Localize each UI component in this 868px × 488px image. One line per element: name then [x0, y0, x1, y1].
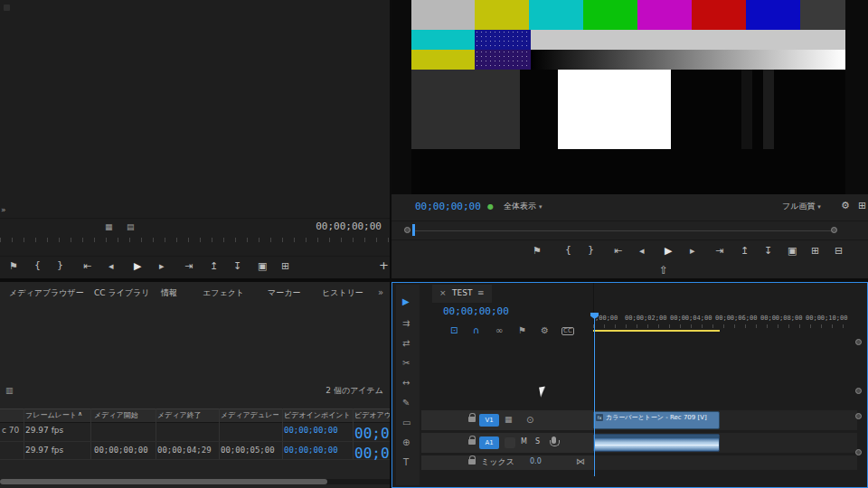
audio-clip[interactable]: [593, 434, 720, 452]
go-to-in-icon[interactable]: ⇤: [614, 246, 622, 256]
extract-icon[interactable]: ↧: [764, 246, 772, 256]
step-forward-icon[interactable]: ▸: [690, 246, 695, 256]
panel-menu-icon[interactable]: ≡: [477, 289, 485, 297]
step-back-icon[interactable]: ◂: [108, 261, 114, 271]
fit-select[interactable]: 全体表示 ▾: [504, 202, 542, 211]
add-button[interactable]: +: [379, 259, 389, 271]
razor-tool[interactable]: ✂: [402, 359, 410, 368]
h-scrollbar-thumb[interactable]: [0, 479, 327, 484]
slip-tool[interactable]: ↔: [402, 379, 410, 388]
sync-lock-icon[interactable]: [505, 437, 515, 448]
source-timecode[interactable]: 00;00;00;00: [298, 221, 382, 231]
mark-in-icon[interactable]: {: [34, 260, 41, 270]
mark-out-icon[interactable]: }: [57, 260, 63, 270]
mute-button[interactable]: M: [521, 438, 527, 446]
col-media-start[interactable]: メディア開始: [94, 412, 138, 419]
hand-tool[interactable]: ⊕: [402, 438, 410, 447]
list-view-icon[interactable]: ▥: [5, 387, 14, 395]
tab-history[interactable]: ヒストリー: [322, 289, 363, 297]
cell-video-in[interactable]: 00;00;00;00: [284, 427, 338, 435]
eye-icon[interactable]: ⊙: [526, 416, 533, 425]
safe-margins-icon[interactable]: ▦: [105, 223, 113, 231]
button-editor-icon[interactable]: ⊞: [858, 201, 866, 211]
sync-lock-icon[interactable]: ▦: [505, 416, 513, 424]
mark-out-icon[interactable]: }: [588, 245, 594, 255]
step-back-icon[interactable]: ◂: [639, 246, 645, 256]
play-icon[interactable]: ▶: [665, 246, 672, 256]
close-icon[interactable]: ×: [439, 289, 447, 297]
pen-tool[interactable]: ✎: [402, 399, 410, 408]
tab-effects[interactable]: エフェクト: [203, 289, 244, 297]
col-video-out[interactable]: ビデオアウトポイント: [354, 412, 390, 419]
button-editor-icon[interactable]: ▤: [127, 223, 135, 231]
drag-video-icon[interactable]: ⊞: [281, 261, 289, 271]
insert-icon[interactable]: ⊞: [811, 246, 819, 256]
playhead-line[interactable]: [594, 317, 595, 476]
program-timecode[interactable]: 00;00;00;00: [415, 202, 481, 211]
ripple-edit-tool[interactable]: ⇄: [402, 339, 410, 348]
settings-wrench-icon[interactable]: ⚙: [841, 201, 850, 211]
selection-tool[interactable]: ▶: [402, 297, 410, 306]
keyframe-bowtie-icon[interactable]: ⋈: [576, 457, 585, 466]
track-v1-target-badge[interactable]: V1: [479, 414, 499, 427]
captions-icon[interactable]: CC: [561, 327, 574, 335]
col-media-end[interactable]: メディア終了: [157, 412, 202, 419]
v-scrollbar-thumb[interactable]: [855, 339, 862, 345]
scrub-knob-left[interactable]: [404, 227, 410, 233]
source-mini-ruler[interactable]: [0, 238, 390, 242]
linked-selection-icon[interactable]: ∞: [495, 326, 503, 335]
scrub-knob-right[interactable]: [831, 227, 837, 233]
cell-video-in[interactable]: 00;00;00;00: [284, 446, 338, 455]
export-frame-icon[interactable]: ▣: [788, 246, 797, 256]
lift-icon[interactable]: ↥: [741, 246, 749, 256]
snap-icon[interactable]: ∩: [473, 326, 479, 335]
play-icon[interactable]: ▶: [134, 261, 141, 271]
v-scrollbar-thumb[interactable]: [855, 449, 862, 455]
col-media-duration[interactable]: メディアデュレーション: [221, 412, 278, 419]
h-scrollbar-track[interactable]: [0, 479, 390, 484]
v-scrollbar-thumb[interactable]: [855, 413, 862, 419]
solo-button[interactable]: S: [535, 438, 540, 446]
go-to-in-icon[interactable]: ⇤: [83, 261, 91, 271]
track-lock-icon[interactable]: [468, 439, 476, 445]
program-playhead[interactable]: [412, 224, 415, 236]
track-a1-target-badge[interactable]: A1: [479, 436, 499, 449]
step-forward-icon[interactable]: ▸: [159, 261, 165, 271]
cell-video-out[interactable]: 00;00;00;00: [354, 446, 390, 461]
mix-level-value[interactable]: 0.0: [530, 458, 542, 465]
panel-menu-icon[interactable]: [4, 5, 10, 11]
tab-overflow-icon[interactable]: »: [378, 288, 383, 297]
col-video-in[interactable]: ビデオインポイント: [284, 412, 351, 419]
tab-markers[interactable]: マーカー: [268, 289, 300, 297]
export-frame-icon[interactable]: ▣: [258, 261, 267, 271]
rectangle-tool[interactable]: ▭: [402, 418, 410, 427]
quick-export-icon[interactable]: ⇧: [659, 265, 668, 276]
overwrite-icon[interactable]: ⊟: [835, 246, 843, 256]
add-marker-icon[interactable]: ⚑: [9, 261, 18, 271]
nest-icon[interactable]: ⊡: [450, 326, 458, 335]
cell-video-out[interactable]: 00;00;00;00: [354, 427, 390, 441]
add-marker-icon[interactable]: ⚑: [518, 326, 526, 335]
timeline-settings-icon[interactable]: ⚙: [541, 326, 549, 335]
track-select-tool[interactable]: ⇉: [402, 319, 410, 328]
col-framerate[interactable]: フレームレート: [25, 412, 77, 419]
type-tool[interactable]: T: [403, 458, 409, 467]
go-to-out-icon[interactable]: ⇥: [184, 261, 193, 271]
video-clip[interactable]: fx カラーバーとトーン - Rec 709 [V]: [593, 411, 720, 429]
sequence-tab-label[interactable]: TEST: [452, 289, 472, 297]
mark-in-icon[interactable]: {: [565, 245, 571, 255]
work-area-bar[interactable]: [593, 330, 720, 332]
tab-cc-libraries[interactable]: CC ライブラリ: [94, 289, 149, 297]
timeline-ruler[interactable]: ;00;00 00;00;02;00 00;00;04;00 00;00;06;…: [593, 314, 850, 328]
track-lock-icon[interactable]: [468, 417, 476, 422]
overwrite-icon[interactable]: ↧: [233, 261, 241, 271]
voiceover-mic-icon[interactable]: [552, 436, 556, 444]
panel-overflow-icon[interactable]: »: [1, 206, 6, 214]
program-scrub-track[interactable]: [413, 230, 831, 231]
quality-select[interactable]: フル画質 ▾: [782, 202, 821, 211]
track-lock-icon[interactable]: [468, 459, 476, 465]
sort-arrow-icon[interactable]: ∧: [78, 411, 82, 418]
go-to-out-icon[interactable]: ⇥: [715, 246, 723, 256]
timeline-timecode[interactable]: 00;00;00;00: [443, 306, 509, 316]
insert-icon[interactable]: ↥: [210, 261, 218, 271]
